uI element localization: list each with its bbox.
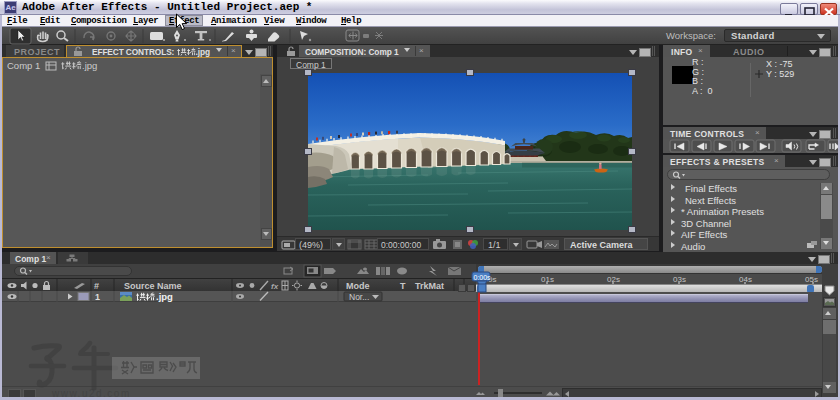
svg-text:Source Name: Source Name bbox=[124, 281, 182, 291]
svg-text:T: T bbox=[400, 281, 406, 291]
svg-text:Nor...: Nor... bbox=[349, 292, 369, 302]
svg-text:#: # bbox=[94, 281, 99, 291]
svg-text:.jpg: .jpg bbox=[156, 291, 173, 302]
svg-text:TrkMat: TrkMat bbox=[415, 281, 444, 291]
svg-text:05s: 05s bbox=[805, 275, 818, 284]
svg-text:fx: fx bbox=[271, 282, 279, 291]
svg-text:0:00s: 0:00s bbox=[474, 274, 492, 281]
svg-text:1: 1 bbox=[95, 292, 100, 302]
svg-text:Workspace:: Workspace: bbox=[666, 30, 716, 41]
svg-text:Mode: Mode bbox=[346, 281, 370, 291]
